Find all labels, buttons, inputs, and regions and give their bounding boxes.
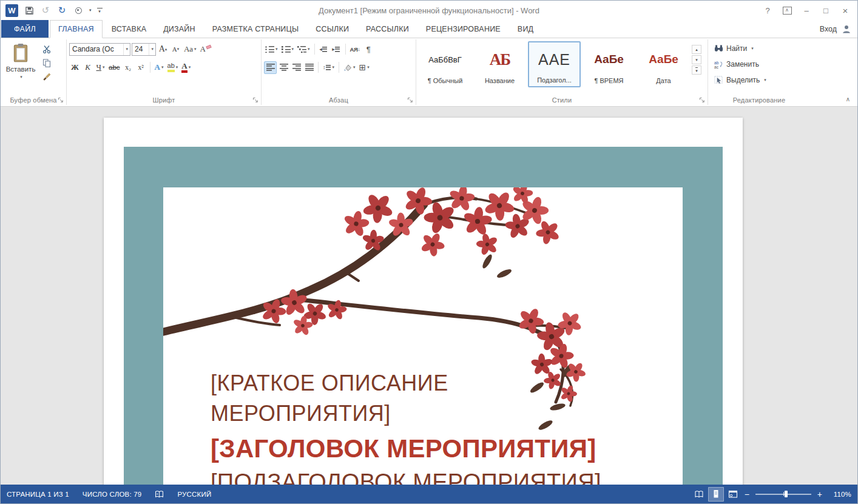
- flyer-card[interactable]: [КРАТКОЕ ОПИСАНИЕ МЕРОПРИЯТИЯ] [ЗАГОЛОВО…: [163, 187, 683, 485]
- collapse-ribbon-button[interactable]: ∧: [846, 96, 850, 102]
- style-normal[interactable]: АаБбВвГ ¶ Обычный: [419, 41, 471, 87]
- font-family-select[interactable]: Candara (Ос ▾: [69, 43, 130, 56]
- highlight-color-button[interactable]: ab▾: [166, 61, 180, 74]
- dialog-launcher-icon[interactable]: [58, 97, 64, 104]
- window-controls: ? ∧ – □ ×: [759, 3, 854, 18]
- event-title[interactable]: [ЗАГОЛОВОК МЕРОПРИЯТИЯ]: [211, 434, 635, 463]
- flyer-text-block[interactable]: [КРАТКОЕ ОПИСАНИЕ МЕРОПРИЯТИЯ] [ЗАГОЛОВО…: [211, 368, 635, 485]
- editing-group-footer: Редактирование: [708, 94, 810, 106]
- shading-button[interactable]: ▾: [342, 61, 357, 74]
- customize-qat-button[interactable]: ▾: [97, 8, 103, 13]
- clipboard-small-buttons: [41, 42, 52, 94]
- word-logo-icon[interactable]: W: [5, 4, 18, 17]
- align-left-button[interactable]: [264, 61, 277, 74]
- tab-mailings[interactable]: РАССЫЛКИ: [358, 20, 417, 38]
- binoculars-icon: [714, 44, 723, 53]
- dialog-launcher-icon[interactable]: [407, 97, 414, 104]
- dialog-launcher-icon[interactable]: [252, 97, 259, 104]
- line-spacing-button[interactable]: ↕▾: [322, 61, 336, 74]
- justify-button[interactable]: [303, 61, 315, 74]
- event-short-description[interactable]: [КРАТКОЕ ОПИСАНИЕ МЕРОПРИЯТИЯ]: [211, 368, 502, 429]
- tab-view[interactable]: ВИД: [510, 20, 541, 38]
- sort-button[interactable]: АЯ↓: [349, 43, 362, 56]
- underline-button[interactable]: Ч▾: [95, 61, 106, 74]
- styles-scroll-down-button[interactable]: ▾: [692, 55, 701, 64]
- clear-formatting-button[interactable]: А: [199, 43, 211, 56]
- redo-button[interactable]: ↻: [56, 4, 67, 16]
- event-subtitle[interactable]: [ПОДЗАГОЛОВОК МЕРОПРИЯТИЯ]: [211, 469, 635, 485]
- tab-home[interactable]: ГЛАВНАЯ: [50, 20, 103, 38]
- shrink-font-button[interactable]: А▾: [170, 43, 181, 56]
- proofing-status-button[interactable]: [155, 490, 164, 499]
- document-area[interactable]: [КРАТКОЕ ОПИСАНИЕ МЕРОПРИЯТИЯ] [ЗАГОЛОВО…: [1, 107, 857, 485]
- decrease-indent-button[interactable]: ◂: [318, 43, 329, 56]
- language-indicator[interactable]: РУССКИЙ: [177, 491, 211, 498]
- style-time[interactable]: АаБе ¶ ВРЕМЯ: [583, 41, 635, 87]
- tab-design[interactable]: ДИЗАЙН: [155, 20, 203, 38]
- sign-in-button[interactable]: Вход: [820, 20, 857, 38]
- style-title[interactable]: АБ Название: [473, 41, 526, 87]
- maximize-button[interactable]: □: [817, 3, 834, 18]
- subscript-button[interactable]: х₂: [123, 61, 134, 74]
- font-color-button[interactable]: А▾: [180, 61, 192, 74]
- italic-button[interactable]: К: [82, 61, 93, 74]
- read-mode-button[interactable]: [691, 487, 707, 502]
- tab-insert[interactable]: ВСТАВКА: [104, 20, 154, 38]
- chevron-down-icon: ▾: [194, 47, 197, 52]
- ribbon-display-options-button[interactable]: ∧: [779, 3, 796, 18]
- borders-button[interactable]: ⊞▾: [358, 61, 371, 74]
- touch-mode-button[interactable]: [73, 4, 84, 16]
- web-layout-button[interactable]: [725, 487, 741, 502]
- font-size-select[interactable]: 24 ▾: [132, 43, 156, 56]
- zoom-slider-thumb[interactable]: [785, 491, 788, 497]
- copy-button[interactable]: [41, 57, 52, 69]
- minimize-button[interactable]: –: [798, 3, 815, 18]
- touch-mode-icon: [75, 7, 82, 14]
- cut-button[interactable]: [41, 43, 52, 55]
- style-date[interactable]: АаБе Дата: [637, 41, 690, 87]
- tab-file[interactable]: ФАЙЛ: [1, 20, 49, 38]
- word-count[interactable]: ЧИСЛО СЛОВ: 79: [83, 491, 142, 498]
- chevron-down-icon: ▾: [189, 65, 191, 70]
- styles-more-button[interactable]: ▾: [692, 66, 701, 75]
- help-button[interactable]: ?: [759, 3, 776, 18]
- strikethrough-button[interactable]: abc: [107, 61, 121, 74]
- tab-references[interactable]: ССЫЛКИ: [308, 20, 357, 38]
- increase-indent-button[interactable]: ▸: [331, 43, 342, 56]
- align-right-button[interactable]: [291, 61, 302, 74]
- tab-page-layout[interactable]: РАЗМЕТКА СТРАНИЦЫ: [204, 20, 307, 38]
- find-button[interactable]: Найти ▾: [714, 42, 808, 55]
- style-subtitle-selected[interactable]: ААЕ Подзагол...: [528, 41, 581, 87]
- zoom-in-button[interactable]: +: [814, 489, 826, 499]
- zoom-out-button[interactable]: −: [741, 489, 753, 499]
- bullets-button[interactable]: ▾: [264, 43, 279, 56]
- document-page[interactable]: [КРАТКОЕ ОПИСАНИЕ МЕРОПРИЯТИЯ] [ЗАГОЛОВО…: [104, 118, 743, 485]
- print-layout-button[interactable]: [708, 487, 724, 502]
- replace-button[interactable]: ab ac Заменить: [714, 58, 808, 70]
- zoom-slider[interactable]: [755, 494, 811, 495]
- superscript-button[interactable]: х²: [135, 61, 147, 74]
- dialog-launcher-icon[interactable]: [699, 97, 706, 104]
- select-button[interactable]: Выделить ▾: [714, 73, 808, 86]
- undo-button[interactable]: ↺: [40, 4, 51, 16]
- paste-button[interactable]: Вставить ▾: [3, 42, 38, 94]
- numbering-button[interactable]: ▾: [280, 43, 296, 56]
- zoom-slider-notch: [783, 492, 784, 496]
- close-button[interactable]: ×: [837, 3, 854, 18]
- save-button[interactable]: [24, 4, 35, 16]
- change-case-button[interactable]: Аа▾: [183, 43, 198, 56]
- grow-font-button[interactable]: А▴: [157, 43, 169, 56]
- flyer-banner[interactable]: [КРАТКОЕ ОПИСАНИЕ МЕРОПРИЯТИЯ] [ЗАГОЛОВО…: [124, 147, 723, 485]
- styles-scroll-up-button[interactable]: ▴: [692, 45, 701, 54]
- tab-review[interactable]: РЕЦЕНЗИРОВАНИЕ: [418, 20, 508, 38]
- text-effects-button[interactable]: А▾: [154, 61, 165, 74]
- touch-mode-caret-icon[interactable]: ▾: [89, 8, 92, 13]
- multilevel-list-button[interactable]: ▾: [296, 43, 311, 56]
- show-paragraph-marks-button[interactable]: ¶: [363, 43, 374, 56]
- read-mode-icon: [694, 490, 704, 499]
- bold-button[interactable]: Ж: [69, 61, 81, 74]
- page-indicator[interactable]: СТРАНИЦА 1 ИЗ 1: [7, 491, 69, 498]
- format-painter-button[interactable]: [41, 71, 52, 82]
- align-center-button[interactable]: [278, 61, 289, 74]
- zoom-level[interactable]: 110%: [826, 491, 851, 498]
